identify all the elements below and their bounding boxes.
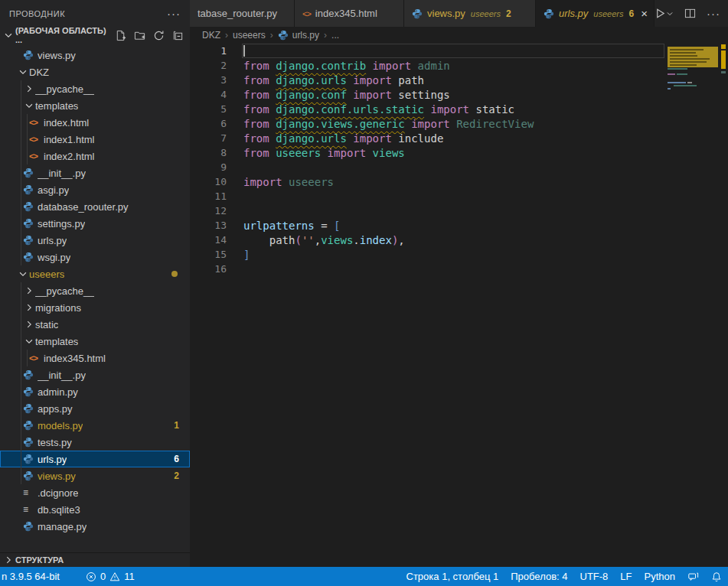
editor-group: tabase_roouter.py<>index345.htmlviews.py… <box>190 0 728 567</box>
tree-file-index1.html[interactable]: <>index1.html <box>0 131 190 148</box>
new-folder-icon[interactable] <box>134 30 145 41</box>
breadcrumb-item[interactable]: urls.py <box>278 30 319 41</box>
code-line[interactable]: 11 <box>190 189 728 203</box>
code-line[interactable]: 3from django.urls import path <box>190 73 728 87</box>
run-button[interactable] <box>655 8 674 19</box>
tree-file-index2.html[interactable]: <>index2.html <box>0 148 190 164</box>
code-line[interactable]: 6from django.views.generic import Redire… <box>190 116 728 131</box>
tree-file-tests.py[interactable]: tests.py <box>0 434 190 451</box>
code-line[interactable]: 16 <box>190 262 728 276</box>
more-actions-icon[interactable]: ··· <box>707 7 720 20</box>
indent-guide <box>21 383 21 400</box>
indent-guide <box>21 316 21 333</box>
code-line[interactable]: 7from django.urls import include <box>190 131 728 145</box>
code-line[interactable]: 13urlpatterns = [ <box>190 218 728 233</box>
tree-file-apps.py[interactable]: apps.py <box>0 400 190 417</box>
tree-file-urls.py[interactable]: urls.py6 <box>0 451 190 467</box>
split-editor-icon[interactable] <box>684 8 696 19</box>
minimap[interactable] <box>668 44 720 128</box>
tree-file-manage.py[interactable]: manage.py <box>0 518 190 535</box>
code-line[interactable]: 8from useeers import views <box>190 145 728 160</box>
indentation-status[interactable]: Пробелов: 4 <box>504 567 573 586</box>
indent-guide <box>21 400 21 417</box>
tab-index345.html[interactable]: <>index345.html <box>295 0 404 27</box>
code-line[interactable]: 10import useeers <box>190 174 728 189</box>
code-line[interactable]: 14 path('',views.index), <box>190 233 728 247</box>
new-file-icon[interactable] <box>115 30 126 41</box>
code-line[interactable]: 9 <box>190 160 728 174</box>
workspace-section-header[interactable]: (РАБОЧАЯ ОБЛАСТЬ) ... <box>0 27 190 44</box>
line-number: 3 <box>190 74 227 86</box>
python-icon <box>23 218 38 229</box>
python-icon <box>278 30 289 41</box>
breadcrumb-item[interactable]: DKZ <box>202 30 220 41</box>
tree-folder-templates[interactable]: templates <box>0 333 190 350</box>
tree-folder-__pycache__[interactable]: __pycache__ <box>0 282 190 299</box>
tree-file-urls.py[interactable]: urls.py <box>0 232 190 249</box>
eol-status[interactable]: LF <box>614 567 638 586</box>
tree-file-settings.py[interactable]: settings.py <box>0 215 190 232</box>
tree-folder-useeers[interactable]: useeers <box>0 265 190 282</box>
indent-guide <box>27 148 28 164</box>
tree-file-asgi.py[interactable]: asgi.py <box>0 181 190 198</box>
problems-status[interactable]: 0 11 <box>80 567 141 586</box>
html-icon: <> <box>29 135 44 144</box>
tab-urls.py[interactable]: urls.pyuseeers6× <box>536 0 655 27</box>
tree-item-label: db.sqlite3 <box>38 504 80 516</box>
tab-tabase_roouter.py[interactable]: tabase_roouter.py <box>190 0 295 27</box>
chevron-right-icon <box>23 83 35 94</box>
python-icon <box>23 437 38 448</box>
tree-file-wsgi.py[interactable]: wsgi.py <box>0 249 190 265</box>
tab-description: useeers <box>471 9 501 18</box>
tree-file-index.html[interactable]: <>index.html <box>0 114 190 131</box>
html-icon: <> <box>29 118 44 127</box>
feedback-icon[interactable] <box>681 567 705 586</box>
tree-file-index345.html[interactable]: <>index345.html <box>0 350 190 366</box>
tree-file-database_roouter.py[interactable]: database_roouter.py <box>0 198 190 215</box>
code-line[interactable]: 4from django.conf import settings <box>190 87 728 102</box>
code-line[interactable]: 15] <box>190 247 728 262</box>
tree-file-views.py[interactable]: views.py <box>0 47 190 63</box>
tab-problems-count: 6 <box>628 8 634 19</box>
tree-folder-migrations[interactable]: migrations <box>0 299 190 316</box>
indent-guide <box>21 80 21 97</box>
tree-folder-__pycache__[interactable]: __pycache__ <box>0 80 190 97</box>
collapse-all-icon[interactable] <box>172 30 184 41</box>
language-mode-status[interactable]: Python <box>638 567 681 586</box>
breadcrumb-item[interactable]: useeers <box>233 30 266 41</box>
tree-folder-static[interactable]: static <box>0 316 190 333</box>
code-line[interactable]: 5from django.conf.urls.static import sta… <box>190 102 728 116</box>
tree-file-__init__.py[interactable]: __init__.py <box>0 366 190 383</box>
tree-file-models.py[interactable]: models.py1 <box>0 417 190 434</box>
cursor-position-status[interactable]: Строка 1, столбец 1 <box>400 567 505 586</box>
line-number: 8 <box>190 147 227 158</box>
notifications-bell-icon[interactable] <box>705 567 728 586</box>
tree-folder-DKZ[interactable]: DKZ <box>0 63 190 80</box>
more-actions-icon[interactable]: ··· <box>167 10 181 18</box>
tab-bar: tabase_roouter.py<>index345.htmlviews.py… <box>190 0 728 27</box>
refresh-icon[interactable] <box>153 30 165 41</box>
tree-item-label: __init__.py <box>38 370 86 381</box>
tree-file-admin.py[interactable]: admin.py <box>0 383 190 400</box>
tree-file-views.py[interactable]: views.py2 <box>0 467 190 484</box>
encoding-status[interactable]: UTF-8 <box>574 567 615 586</box>
chevron-down-icon <box>17 269 29 279</box>
breadcrumb-item[interactable]: ... <box>331 30 339 41</box>
tree-file-db.sqlite3[interactable]: ≡db.sqlite3 <box>0 501 190 518</box>
close-icon[interactable]: × <box>641 8 648 19</box>
tree-folder-templates[interactable]: templates <box>0 97 190 114</box>
python-interpreter-status[interactable]: n 3.9.5 64-bit <box>0 567 66 586</box>
code-line[interactable]: 12 <box>190 203 728 218</box>
python-icon <box>23 235 38 246</box>
tree-file-.dcignore[interactable]: ≡.dcignore <box>0 484 190 501</box>
workspace-section-title: (РАБОЧАЯ ОБЛАСТЬ) ... <box>15 26 115 44</box>
code-line[interactable]: 1 <box>190 44 728 58</box>
code-area[interactable]: 12from django.contrib import admin3from … <box>190 44 728 276</box>
tab-views.py[interactable]: views.pyuseeers2 <box>404 0 536 27</box>
tree-file-__init__.py[interactable]: __init__.py <box>0 164 190 181</box>
line-number: 5 <box>190 103 227 115</box>
explorer-title: ПРОВОДНИК <box>9 9 65 18</box>
code-line[interactable]: 2from django.contrib import admin <box>190 58 728 73</box>
outline-section-header[interactable]: СТРУКТУРА <box>0 552 190 567</box>
indent-guide <box>21 451 21 467</box>
